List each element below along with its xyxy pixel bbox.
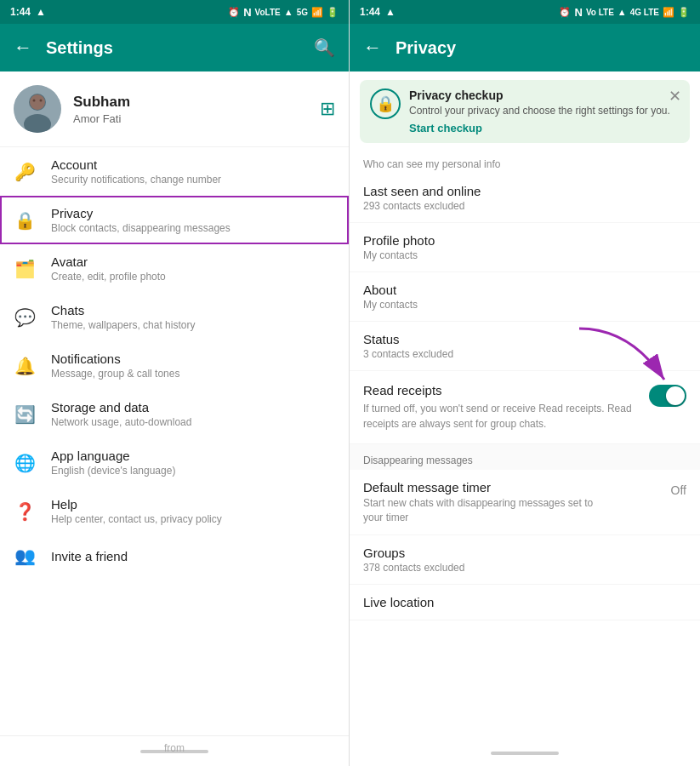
left-status-bar: 1:44 ▲ ⏰ N VoLTE ▲ 5G 📶 🔋	[0, 0, 349, 24]
account-icon: 🔑	[14, 162, 36, 182]
notifications-text: Notifications Message, group & call tone…	[51, 352, 335, 380]
status-title: Status	[363, 332, 686, 346]
qr-icon[interactable]: ⊞	[320, 98, 335, 120]
checkup-banner: 🔒 Privacy checkup Control your privacy a…	[360, 80, 690, 143]
left-header: ← Settings 🔍	[0, 24, 349, 71]
wifi-icon-right: ▲	[617, 7, 627, 17]
help-icon: ❓	[14, 501, 36, 522]
menu-item-help[interactable]: ❓ Help Help center, contact us, privacy …	[0, 487, 349, 535]
privacy-item-last-seen[interactable]: Last seen and online 293 contacts exclud…	[350, 174, 700, 223]
alert-icon-right: ▲	[385, 6, 396, 18]
help-text: Help Help center, contact us, privacy po…	[51, 497, 335, 525]
5g-icon: 5G	[297, 8, 308, 17]
privacy-title: Privacy	[396, 38, 456, 58]
privacy-item-live-location[interactable]: Live location	[350, 585, 700, 620]
read-receipts-desc: If turned off, you won't send or receive…	[363, 401, 639, 432]
storage-label: Storage and data	[51, 400, 335, 414]
svg-point-4	[33, 100, 36, 102]
profile-name: Subham	[73, 94, 308, 111]
bottom-bar-right	[350, 740, 700, 766]
alarm-icon: ⏰	[228, 7, 240, 18]
notifications-desc: Message, group & call tones	[51, 368, 335, 380]
menu-item-privacy[interactable]: 🔒 Privacy Block contacts, disappearing m…	[0, 196, 349, 244]
read-receipts-toggle[interactable]	[649, 385, 686, 407]
status-icons-left: ⏰ N VoLTE ▲ 5G 📶 🔋	[228, 6, 339, 19]
chats-icon: 💬	[14, 307, 36, 328]
privacy-desc: Block contacts, disappearing messages	[51, 222, 335, 234]
account-label: Account	[51, 157, 335, 172]
menu-item-storage[interactable]: 🔄 Storage and data Network usage, auto-d…	[0, 390, 349, 438]
privacy-item-status[interactable]: Status 3 contacts excluded	[350, 322, 700, 371]
chats-label: Chats	[51, 303, 335, 317]
live-location-title: Live location	[363, 595, 686, 609]
from-label: from	[164, 742, 185, 754]
menu-item-language[interactable]: 🌐 App language English (device's languag…	[0, 438, 349, 487]
menu-item-chats[interactable]: 💬 Chats Theme, wallpapers, chat history	[0, 293, 349, 341]
close-banner-button[interactable]: ✕	[669, 87, 681, 106]
personal-info-section-header: Who can see my personal info	[350, 151, 700, 174]
storage-icon: 🔄	[14, 404, 36, 425]
status-icons-right: ⏰ N Vo LTE ▲ 4G LTE 📶 🔋	[559, 6, 690, 19]
checkup-title: Privacy checkup	[409, 89, 680, 102]
account-text: Account Security notifications, change n…	[51, 157, 335, 186]
n-icon-right: N	[574, 6, 582, 19]
menu-item-notifications[interactable]: 🔔 Notifications Message, group & call to…	[0, 341, 349, 390]
privacy-icon: 🔒	[14, 210, 36, 231]
right-header-left: ← Privacy	[363, 37, 456, 59]
status-time-left: 1:44 ▲	[10, 6, 46, 18]
time-left: 1:44	[10, 6, 31, 18]
privacy-item-about[interactable]: About My contacts	[350, 272, 700, 322]
privacy-item-profile-photo[interactable]: Profile photo My contacts	[350, 223, 700, 272]
timer-title: Default message timer	[363, 480, 671, 494]
volte-icon-right: Vo LTE	[586, 8, 614, 17]
svg-point-5	[40, 100, 43, 102]
storage-desc: Network usage, auto-download	[51, 416, 335, 428]
time-right: 1:44	[360, 6, 380, 18]
alert-icon: ▲	[36, 6, 46, 18]
timer-text: Default message timer Start new chats wi…	[363, 480, 671, 525]
back-button-right[interactable]: ←	[363, 37, 382, 59]
avatar-text: Avatar Create, edit, profile photo	[51, 254, 335, 283]
last-seen-title: Last seen and online	[363, 184, 686, 198]
about-title: About	[363, 283, 686, 297]
account-desc: Security notifications, change number	[51, 174, 335, 186]
avatar	[14, 85, 61, 133]
network-icon: VoLTE	[255, 8, 281, 17]
start-checkup-link[interactable]: Start checkup	[409, 122, 680, 134]
battery-icon: 🔋	[327, 7, 339, 18]
last-seen-sub: 293 contacts excluded	[363, 200, 686, 212]
invite-label: Invite a friend	[51, 549, 335, 563]
avatar-desc: Create, edit, profile photo	[51, 271, 335, 283]
chats-text: Chats Theme, wallpapers, chat history	[51, 303, 335, 331]
privacy-item-groups[interactable]: Groups 378 contacts excluded	[350, 535, 700, 585]
read-receipts-title: Read receipts	[363, 383, 639, 397]
timer-value: Off	[671, 483, 686, 497]
profile-info: Subham Amor Fati	[73, 94, 308, 125]
menu-item-account[interactable]: 🔑 Account Security notifications, change…	[0, 147, 349, 196]
help-desc: Help center, contact us, privacy policy	[51, 513, 335, 525]
status-sub: 3 contacts excluded	[363, 348, 686, 360]
menu-item-invite[interactable]: 👥 Invite a friend	[0, 535, 349, 576]
signal-icon-right: 📶	[663, 7, 674, 18]
left-panel: 1:44 ▲ ⏰ N VoLTE ▲ 5G 📶 🔋 ← Settings 🔍	[0, 0, 350, 766]
profile-photo-title: Profile photo	[363, 233, 686, 248]
menu-item-avatar[interactable]: 🗂️ Avatar Create, edit, profile photo	[0, 244, 349, 293]
profile-subtitle: Amor Fati	[73, 112, 308, 125]
storage-text: Storage and data Network usage, auto-dow…	[51, 400, 335, 428]
message-timer-item[interactable]: Default message timer Start new chats wi…	[350, 470, 700, 536]
notifications-icon: 🔔	[14, 356, 36, 376]
about-sub: My contacts	[363, 299, 686, 311]
privacy-label: Privacy	[51, 206, 335, 220]
back-button-left[interactable]: ←	[14, 37, 32, 59]
privacy-text: Privacy Block contacts, disappearing mes…	[51, 206, 335, 234]
bottom-indicator-right	[491, 752, 559, 755]
notifications-label: Notifications	[51, 352, 335, 366]
invite-text: Invite a friend	[51, 549, 335, 563]
language-icon: 🌐	[14, 453, 36, 473]
search-button[interactable]: 🔍	[314, 37, 335, 58]
svg-point-3	[30, 94, 45, 110]
settings-title: Settings	[46, 38, 113, 58]
bottom-bar-left: from	[0, 735, 349, 766]
profile-section[interactable]: Subham Amor Fati ⊞	[0, 71, 349, 147]
battery-icon-right: 🔋	[678, 7, 690, 18]
